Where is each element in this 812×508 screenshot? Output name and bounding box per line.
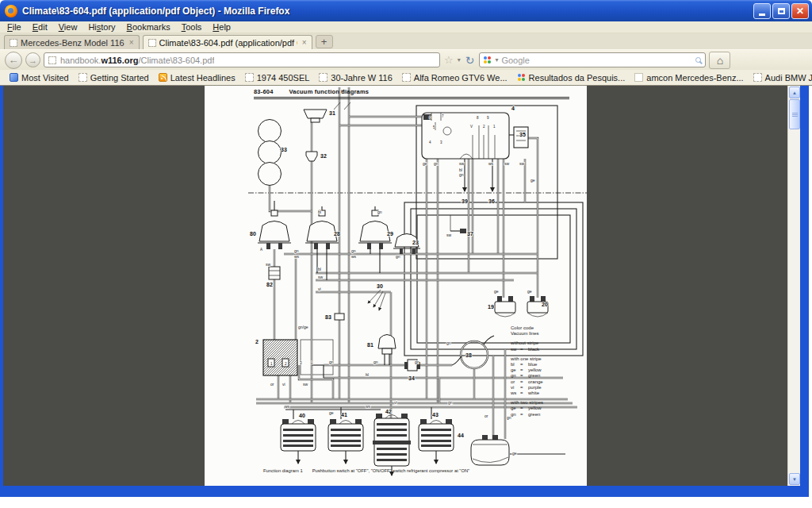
menu-item[interactable]: Help (207, 22, 236, 32)
minimize-button[interactable] (753, 3, 771, 19)
diagram-lbl: sw (459, 161, 465, 166)
diagram-num: 80 (250, 231, 256, 237)
url-bar[interactable]: handbook.w116.org/Climate\83-604.pdf (44, 52, 440, 67)
bookmark-label: 1974 450SEL (257, 73, 310, 83)
bookmark-item[interactable]: Audi BMW Jaguar Lex... (749, 73, 812, 83)
diagram-num: 30 (377, 283, 383, 289)
scroll-up-button[interactable]: ▲ (789, 87, 800, 98)
tab-close-icon[interactable]: × (128, 38, 134, 47)
desktop-gap-bottom (0, 497, 812, 508)
search-engine-dropdown-icon[interactable]: ▾ (495, 56, 498, 64)
browser-tab[interactable]: Mercedes-Benz Model 116 × (4, 35, 140, 49)
tab-bar: Mercedes-Benz Model 116 × Climate\83-604… (0, 33, 812, 49)
diagram-lbl: ge (423, 161, 427, 166)
color-code-entry: sw=black (511, 347, 585, 352)
bookmark-item[interactable]: Latest Headlines (154, 73, 240, 83)
bookmark-label: Getting Started (90, 73, 149, 83)
bookmark-item[interactable]: Getting Started (74, 73, 154, 83)
google-icon (517, 73, 526, 82)
bookmark-item[interactable]: Most Visited (5, 73, 74, 83)
bookmark-star-icon[interactable]: ☆ (443, 54, 454, 66)
bookmark-item[interactable]: amcon Mercedes-Benz... (630, 73, 748, 83)
menu-label-accel: F (7, 22, 13, 32)
close-icon: ✕ (796, 6, 804, 17)
color-code-line: Color code (511, 325, 585, 331)
bookmark-item[interactable]: Alfa Romeo GTV6 We... (397, 73, 512, 83)
bookmark-item[interactable]: 1974 450SEL (240, 73, 315, 83)
menu-item[interactable]: View (53, 22, 83, 32)
maximize-button[interactable] (772, 3, 790, 19)
diagram-lbl: vi (318, 287, 321, 291)
diagram-lbl: ws (294, 254, 300, 259)
search-icon[interactable] (695, 57, 701, 63)
diagram-num: 37 (467, 231, 473, 237)
scroll-down-icon: ▼ (792, 477, 797, 482)
scroll-down-button[interactable]: ▼ (789, 473, 800, 485)
diagram-num: 82 (266, 282, 273, 287)
diagram-lbl: sw (504, 161, 510, 166)
diagram-port: 8 (477, 116, 479, 120)
diagram-lbl: ge (527, 289, 532, 294)
diagram-num: 31 (329, 110, 335, 116)
search-input[interactable] (501, 56, 692, 65)
back-button[interactable]: ← (5, 52, 22, 69)
diagram-lbl: sw (266, 262, 271, 267)
menu-item[interactable]: History (82, 22, 121, 32)
back-icon: ← (9, 54, 19, 66)
tab-title: Climate\83-604.pdf (application/pdf Obje… (159, 38, 297, 48)
section-code: 83-604 (254, 88, 274, 95)
home-icon: ⌂ (717, 54, 723, 67)
bookmark-dropdown-icon[interactable]: ▾ (458, 56, 461, 64)
bookmark-label: Resultados da Pesquis... (529, 73, 626, 83)
actuator-42 (373, 414, 411, 475)
page-icon (79, 73, 87, 82)
pdf-section-header: 83-604 Vacuum function diagrams (254, 88, 369, 95)
bookmark-item[interactable]: Resultados da Pesquis... (512, 73, 630, 83)
menu-item[interactable]: Bookmarks (121, 22, 176, 32)
blank-icon (634, 73, 643, 82)
valve-32 (306, 152, 317, 161)
menu-item[interactable]: Edit (27, 22, 53, 32)
diagram-port: 5 (433, 125, 435, 129)
bookmark-item[interactable]: 30-Jahre W 116 (314, 73, 396, 83)
menu-label-accel: E (33, 22, 38, 32)
color-code-line: Vacuum lines (511, 331, 585, 337)
diagram-lbl: gn (377, 210, 382, 214)
forward-icon: → (29, 56, 37, 65)
bookmark-label: Latest Headlines (170, 73, 236, 83)
diagram-num: 40 (299, 413, 305, 418)
diagram-lbl: gn/ge (298, 325, 308, 329)
scroll-thumb[interactable] (789, 99, 800, 129)
menu-label-post: ile (13, 22, 21, 32)
menu-label-post: ools (186, 22, 201, 32)
diagram-lbl: gn (459, 172, 464, 177)
diagram-lbl: bl (318, 267, 321, 271)
diagram-lbl: gn (351, 248, 356, 253)
diagram-num: 29 (387, 231, 393, 237)
diagram-lbl: sw (446, 233, 452, 237)
diagram-lbl: gn (415, 360, 419, 364)
menu-item[interactable]: File (2, 22, 27, 32)
forward-button[interactable]: → (25, 52, 40, 67)
bookmarks-list: Most Visited Getting Started Latest Head… (5, 73, 812, 83)
reload-button[interactable]: ↻ (464, 54, 477, 67)
home-button[interactable]: ⌂ (709, 52, 730, 69)
new-tab-button[interactable]: + (316, 35, 333, 48)
tab-favicon-placeholder (10, 39, 17, 47)
content-area: 3132334353936802829233782301920832813834… (0, 86, 812, 486)
diagram-lbl: ws (366, 404, 371, 409)
pdf-scrollbar[interactable]: ▲ ▼ (787, 86, 800, 486)
color-code-entry: or=orange (511, 379, 585, 385)
search-bar[interactable]: ▾ (479, 52, 706, 67)
actuator-80 (258, 210, 291, 249)
diagram-lbl: vi (282, 382, 285, 387)
menu-item[interactable]: Tools (176, 22, 208, 32)
browser-tab[interactable]: Climate\83-604.pdf (application/pdf Obje… (143, 35, 312, 49)
tab-close-icon[interactable]: × (301, 38, 307, 47)
menu-label-post: dit (38, 22, 48, 32)
close-button[interactable]: ✕ (791, 3, 809, 19)
color-code-entry: vi=purple (511, 385, 585, 391)
section-title: Vacuum function diagrams (289, 88, 370, 95)
page-icon (753, 73, 762, 82)
valve-31 (304, 110, 327, 122)
